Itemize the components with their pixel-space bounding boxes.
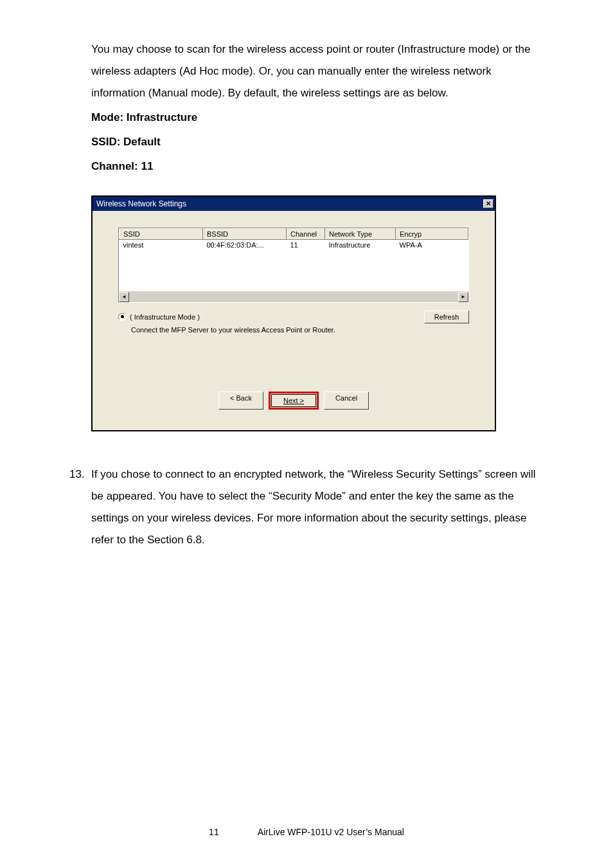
radio-label: ( Infrastructure Mode ) <box>130 313 200 321</box>
scroll-left-icon[interactable]: ◄ <box>119 292 129 302</box>
infrastructure-mode-radio[interactable]: ( Infrastructure Mode ) <box>118 313 200 321</box>
dialog-title: Wireless Network Settings <box>96 199 483 208</box>
step-text: If you chose to connect to an encrypted … <box>91 464 544 551</box>
cell-type: Infrastructure <box>325 240 396 250</box>
close-icon[interactable]: ✕ <box>483 199 493 208</box>
col-encryp[interactable]: Encryp <box>396 229 468 240</box>
dialog-titlebar: Wireless Network Settings ✕ <box>93 197 495 211</box>
table-row <box>120 260 468 271</box>
scroll-right-icon[interactable]: ► <box>458 292 468 302</box>
cell-ssid: vintest <box>120 240 203 250</box>
channel-line: Channel: 11 <box>91 156 544 177</box>
cell-bssid: 00:4F:62:03:DA:... <box>203 240 287 250</box>
col-bssid[interactable]: BSSID <box>203 229 287 240</box>
cancel-button[interactable]: Cancel <box>324 392 369 410</box>
product-name: AirLive WFP-101U v2 User’s Manual <box>258 827 404 837</box>
cell-encryp: WPA-A <box>396 240 468 250</box>
table-row <box>120 271 468 281</box>
col-type[interactable]: Network Type <box>325 229 396 240</box>
horizontal-scrollbar[interactable]: ◄ ► <box>119 291 468 302</box>
networks-table[interactable]: SSID BSSID Channel Network Type Encryp v… <box>119 228 468 291</box>
mode-description: Connect the MFP Server to your wireless … <box>131 326 469 334</box>
table-row <box>120 250 468 260</box>
step-number: 13. <box>69 464 91 551</box>
cell-channel: 11 <box>287 240 325 250</box>
mode-line: Mode: Infrastructure <box>91 107 544 129</box>
col-channel[interactable]: Channel <box>287 229 325 240</box>
next-button-highlight: Next > <box>269 392 319 410</box>
wireless-settings-dialog: Wireless Network Settings ✕ SSID BSSID C… <box>91 195 496 431</box>
networks-table-container: SSID BSSID Channel Network Type Encryp v… <box>118 228 469 303</box>
scroll-track[interactable] <box>129 292 458 302</box>
ssid-line: SSID: Default <box>91 131 544 153</box>
intro-paragraph: You may choose to scan for the wireless … <box>91 39 544 104</box>
radio-icon <box>118 313 126 321</box>
next-button[interactable]: Next > <box>271 394 316 407</box>
col-ssid[interactable]: SSID <box>120 229 203 240</box>
page-footer: 11 AirLive WFP-101U v2 User’s Manual <box>0 827 613 837</box>
page-number: 11 <box>209 827 219 837</box>
refresh-button[interactable]: Refresh <box>424 311 469 323</box>
table-row[interactable]: vintest 00:4F:62:03:DA:... 11 Infrastruc… <box>120 240 468 250</box>
back-button[interactable]: < Back <box>218 392 263 410</box>
table-row <box>120 281 468 291</box>
